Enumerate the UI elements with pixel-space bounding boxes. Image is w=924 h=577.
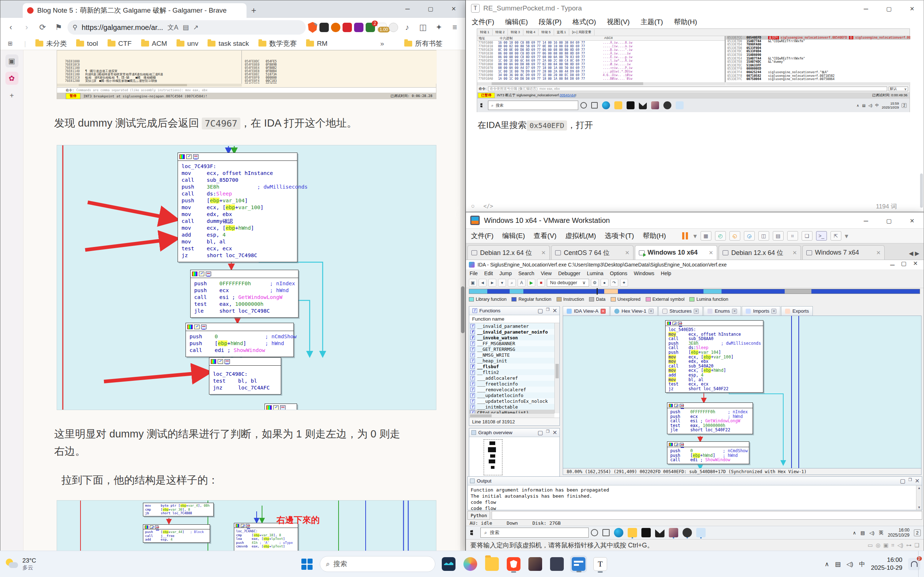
node-group-icon[interactable]: [155, 525, 158, 529]
function-row[interactable]: f___addlocaleref: [469, 375, 554, 381]
close-icon[interactable]: [915, 477, 920, 484]
graph-node-showwindow[interactable]: push 0 ; nCmdShowpush [ebp+hWnd] ; hWndc…: [186, 323, 294, 357]
tab-hex-view-1[interactable]: Hex View-1✕: [611, 306, 657, 316]
menu-item[interactable]: 选项卡(T): [604, 231, 634, 240]
taskbar-icon-typora[interactable]: T: [592, 556, 609, 572]
usb-icon[interactable]: ⊶: [906, 542, 912, 548]
notification-badge[interactable]: 2: [914, 529, 921, 536]
all-bookmarks[interactable]: 所有书签: [404, 39, 443, 48]
extension-icon-dark[interactable]: [320, 23, 329, 32]
vm-tab[interactable]: Debian 12.x 64 位✕: [467, 245, 550, 259]
manage-snapshot-button[interactable]: ◶: [744, 231, 755, 240]
cortana-icon[interactable]: [591, 529, 598, 536]
url-text[interactable]: https://galgamer.moe/ar...: [82, 23, 163, 32]
menu-item[interactable]: Windows: [634, 271, 654, 276]
close-button[interactable]: [442, 0, 465, 17]
menu-item[interactable]: Lumina: [587, 271, 604, 276]
outline-toggle-icon[interactable]: ○: [471, 203, 475, 210]
browser-tab[interactable]: Blog Note 5：萌新的第二次 Galgame 破解 - Galgamer…: [23, 3, 247, 18]
breakpoint-icon[interactable]: ●: [601, 279, 609, 287]
minimize-button[interactable]: [396, 0, 419, 17]
stretch-button[interactable]: ⇱: [830, 231, 842, 240]
hdd-icon[interactable]: ▭: [868, 542, 873, 548]
node-group-icon[interactable]: [225, 359, 230, 364]
node-edit-icon[interactable]: [150, 525, 153, 529]
tab-enums[interactable]: Enums✕: [703, 306, 741, 316]
sidebar-leo-icon[interactable]: ✿: [5, 72, 18, 85]
graph-overview-map[interactable]: [469, 437, 559, 478]
floppy-icon[interactable]: ▣: [883, 542, 888, 548]
node-edit-icon[interactable]: [194, 324, 200, 329]
node-group-icon[interactable]: [280, 405, 286, 410]
network-icon[interactable]: ▤: [835, 561, 841, 568]
cd-icon[interactable]: ◎: [876, 542, 880, 548]
jump-icon[interactable]: ▾: [498, 279, 506, 287]
tray-expand-icon[interactable]: ∧: [825, 561, 829, 568]
close-button[interactable]: [901, 0, 924, 17]
menu-item[interactable]: 段落(P): [539, 17, 562, 27]
restore-icon[interactable]: [538, 429, 543, 436]
show-desktop-strip[interactable]: [918, 551, 921, 577]
sidebar-panel-icon[interactable]: ◫: [416, 21, 430, 34]
tab-exports[interactable]: Exports: [781, 306, 813, 316]
maximize-button[interactable]: [877, 0, 901, 17]
graph-node-loc_540ED5[interactable]: loc_540ED5:mov ecx, offset hInstancecall…: [665, 320, 763, 393]
taskbar-icon-performance[interactable]: [440, 556, 457, 572]
vm-tab[interactable]: Debian 12.x 64 位✕: [719, 245, 801, 259]
minimize-button[interactable]: [890, 260, 894, 269]
node-group-icon[interactable]: [206, 272, 211, 276]
functions-column-header[interactable]: Function name: [469, 315, 559, 323]
back-icon[interactable]: ◄: [478, 279, 486, 287]
menu-item[interactable]: 帮助(H): [643, 231, 666, 240]
close-icon[interactable]: [552, 429, 557, 436]
back-icon[interactable]: ‹: [4, 21, 18, 34]
task-view-icon[interactable]: [603, 529, 610, 536]
tray-expand-icon[interactable]: ∧: [853, 530, 856, 535]
bookmarks-overflow-chevron[interactable]: »: [380, 40, 384, 48]
function-row[interactable]: f___updatetlocinfoEx_nolock: [469, 398, 554, 404]
node-color-icon[interactable]: [179, 154, 185, 159]
graph-node-loc_7C498C[interactable]: loc_7C498C:test bl, bljnz loc_7C4AFC: [209, 357, 281, 395]
function-row[interactable]: f__fltin2: [469, 369, 554, 375]
save-icon[interactable]: ▣: [469, 279, 477, 287]
volume-icon[interactable]: ◁): [869, 530, 874, 535]
reader-mode-icon[interactable]: ▤: [183, 23, 189, 31]
x64dbg-icon[interactable]: [683, 528, 692, 537]
function-row[interactable]: f__invoke_watson: [469, 335, 554, 340]
leo-ai-icon[interactable]: ✦: [432, 21, 446, 34]
node-edit-icon[interactable]: [186, 154, 192, 159]
ime-indicator[interactable]: 中: [859, 560, 865, 568]
function-row[interactable]: f__flsbuf: [469, 364, 554, 369]
vm-tab[interactable]: Windows 7 x64✕: [802, 245, 885, 259]
function-row[interactable]: f___removelocaleref: [469, 387, 554, 392]
functions-vscrollbar[interactable]: [554, 323, 559, 413]
revert-snapshot-button[interactable]: ◵: [729, 231, 740, 240]
restore-icon[interactable]: [538, 307, 543, 314]
function-row[interactable]: fCPtoLocaleName(int): [469, 410, 554, 413]
menu-item[interactable]: View: [541, 271, 551, 276]
pause-vm-button[interactable]: [680, 232, 690, 240]
node-color-icon[interactable]: [187, 324, 193, 329]
source-mode-icon[interactable]: </>: [483, 203, 493, 210]
extension-icon-green[interactable]: 2: [366, 23, 375, 32]
file-explorer-icon[interactable]: [628, 528, 637, 537]
node-color-icon[interactable]: [236, 524, 239, 527]
taskbar-search[interactable]: ⌕搜索: [320, 556, 435, 572]
tab-ida-view-a[interactable]: IDA View-A✕: [563, 306, 610, 316]
reload-icon[interactable]: ⟳: [36, 21, 50, 34]
node-color-icon[interactable]: [192, 272, 197, 276]
unity-button[interactable]: ❏: [802, 231, 813, 240]
close-icon[interactable]: ✕: [771, 309, 776, 314]
graph-node-getwindowlong[interactable]: push 0FFFFFFF0h ; nIndexpush ecx ; hWndc…: [667, 403, 753, 434]
menu-item[interactable]: 视图(V): [607, 17, 630, 27]
step-icon[interactable]: ↷: [611, 279, 618, 287]
show-library-button[interactable]: ◫: [758, 231, 769, 240]
photo-app-icon[interactable]: [669, 528, 678, 537]
python-button[interactable]: Python: [467, 511, 490, 520]
node-edit-icon[interactable]: [218, 359, 223, 364]
graph2-node-a[interactable]: mov byte ptr [ebp+var_4], 0Bhcmp [ebp+va…: [143, 503, 214, 516]
graph-node-showwindow[interactable]: push 0 ; nCmdShowpush [ebp+hWnd] ; hWndc…: [667, 442, 749, 464]
menu-item[interactable]: 文件(F): [472, 17, 494, 27]
ida-graph-view[interactable]: loc_540ED5:mov ecx, offset hInstancecall…: [563, 316, 921, 469]
graph-node-loc_7C493F[interactable]: loc_7C493F:mov ecx, offset hInstancecall…: [178, 153, 297, 262]
